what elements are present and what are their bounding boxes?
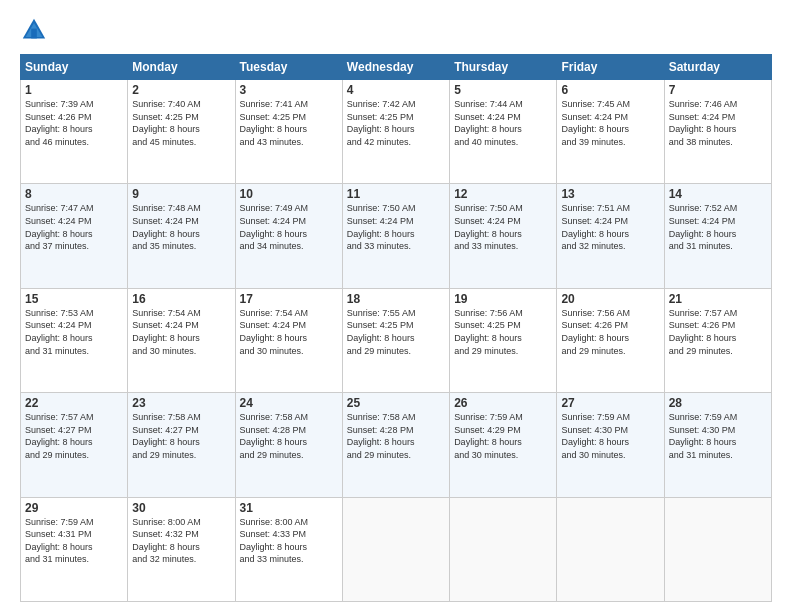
day-number: 21: [669, 292, 767, 306]
calendar-day-cell: 17 Sunrise: 7:54 AM Sunset: 4:24 PM Dayl…: [235, 288, 342, 392]
day-info: Sunrise: 7:54 AM Sunset: 4:24 PM Dayligh…: [132, 307, 230, 357]
day-info: Sunrise: 7:47 AM Sunset: 4:24 PM Dayligh…: [25, 202, 123, 252]
calendar-day-cell: 30 Sunrise: 8:00 AM Sunset: 4:32 PM Dayl…: [128, 497, 235, 601]
calendar-day-cell: 27 Sunrise: 7:59 AM Sunset: 4:30 PM Dayl…: [557, 393, 664, 497]
day-number: 19: [454, 292, 552, 306]
day-info: Sunrise: 7:51 AM Sunset: 4:24 PM Dayligh…: [561, 202, 659, 252]
day-info: Sunrise: 7:42 AM Sunset: 4:25 PM Dayligh…: [347, 98, 445, 148]
calendar-day-cell: 9 Sunrise: 7:48 AM Sunset: 4:24 PM Dayli…: [128, 184, 235, 288]
logo: [20, 16, 52, 44]
calendar-week-row: 22 Sunrise: 7:57 AM Sunset: 4:27 PM Dayl…: [21, 393, 772, 497]
day-number: 25: [347, 396, 445, 410]
day-number: 31: [240, 501, 338, 515]
calendar-day-cell: 6 Sunrise: 7:45 AM Sunset: 4:24 PM Dayli…: [557, 80, 664, 184]
day-info: Sunrise: 7:48 AM Sunset: 4:24 PM Dayligh…: [132, 202, 230, 252]
day-info: Sunrise: 7:54 AM Sunset: 4:24 PM Dayligh…: [240, 307, 338, 357]
day-number: 10: [240, 187, 338, 201]
day-info: Sunrise: 8:00 AM Sunset: 4:32 PM Dayligh…: [132, 516, 230, 566]
day-info: Sunrise: 7:59 AM Sunset: 4:29 PM Dayligh…: [454, 411, 552, 461]
day-number: 13: [561, 187, 659, 201]
day-number: 16: [132, 292, 230, 306]
day-number: 9: [132, 187, 230, 201]
day-number: 15: [25, 292, 123, 306]
day-number: 24: [240, 396, 338, 410]
day-info: Sunrise: 8:00 AM Sunset: 4:33 PM Dayligh…: [240, 516, 338, 566]
day-info: Sunrise: 7:59 AM Sunset: 4:31 PM Dayligh…: [25, 516, 123, 566]
calendar-day-cell: [664, 497, 771, 601]
calendar-day-cell: 3 Sunrise: 7:41 AM Sunset: 4:25 PM Dayli…: [235, 80, 342, 184]
calendar-day-cell: 5 Sunrise: 7:44 AM Sunset: 4:24 PM Dayli…: [450, 80, 557, 184]
day-number: 7: [669, 83, 767, 97]
day-info: Sunrise: 7:58 AM Sunset: 4:28 PM Dayligh…: [240, 411, 338, 461]
calendar-day-cell: 28 Sunrise: 7:59 AM Sunset: 4:30 PM Dayl…: [664, 393, 771, 497]
calendar-day-cell: 14 Sunrise: 7:52 AM Sunset: 4:24 PM Dayl…: [664, 184, 771, 288]
day-number: 26: [454, 396, 552, 410]
day-info: Sunrise: 7:44 AM Sunset: 4:24 PM Dayligh…: [454, 98, 552, 148]
day-number: 27: [561, 396, 659, 410]
calendar-day-cell: 2 Sunrise: 7:40 AM Sunset: 4:25 PM Dayli…: [128, 80, 235, 184]
day-number: 5: [454, 83, 552, 97]
day-number: 2: [132, 83, 230, 97]
day-info: Sunrise: 7:41 AM Sunset: 4:25 PM Dayligh…: [240, 98, 338, 148]
svg-rect-2: [31, 29, 37, 39]
day-number: 23: [132, 396, 230, 410]
calendar-day-cell: 26 Sunrise: 7:59 AM Sunset: 4:29 PM Dayl…: [450, 393, 557, 497]
calendar-day-cell: 29 Sunrise: 7:59 AM Sunset: 4:31 PM Dayl…: [21, 497, 128, 601]
calendar-day-cell: 4 Sunrise: 7:42 AM Sunset: 4:25 PM Dayli…: [342, 80, 449, 184]
calendar-header-row: SundayMondayTuesdayWednesdayThursdayFrid…: [21, 55, 772, 80]
day-info: Sunrise: 7:49 AM Sunset: 4:24 PM Dayligh…: [240, 202, 338, 252]
calendar-header-saturday: Saturday: [664, 55, 771, 80]
calendar-header-wednesday: Wednesday: [342, 55, 449, 80]
calendar-week-row: 29 Sunrise: 7:59 AM Sunset: 4:31 PM Dayl…: [21, 497, 772, 601]
calendar-day-cell: 18 Sunrise: 7:55 AM Sunset: 4:25 PM Dayl…: [342, 288, 449, 392]
calendar-week-row: 15 Sunrise: 7:53 AM Sunset: 4:24 PM Dayl…: [21, 288, 772, 392]
calendar-day-cell: 15 Sunrise: 7:53 AM Sunset: 4:24 PM Dayl…: [21, 288, 128, 392]
day-info: Sunrise: 7:57 AM Sunset: 4:26 PM Dayligh…: [669, 307, 767, 357]
calendar: SundayMondayTuesdayWednesdayThursdayFrid…: [20, 54, 772, 602]
calendar-day-cell: 7 Sunrise: 7:46 AM Sunset: 4:24 PM Dayli…: [664, 80, 771, 184]
logo-icon: [20, 16, 48, 44]
calendar-day-cell: 10 Sunrise: 7:49 AM Sunset: 4:24 PM Dayl…: [235, 184, 342, 288]
day-info: Sunrise: 7:55 AM Sunset: 4:25 PM Dayligh…: [347, 307, 445, 357]
calendar-day-cell: 1 Sunrise: 7:39 AM Sunset: 4:26 PM Dayli…: [21, 80, 128, 184]
calendar-day-cell: [557, 497, 664, 601]
day-number: 30: [132, 501, 230, 515]
calendar-week-row: 1 Sunrise: 7:39 AM Sunset: 4:26 PM Dayli…: [21, 80, 772, 184]
calendar-day-cell: [450, 497, 557, 601]
calendar-day-cell: 23 Sunrise: 7:58 AM Sunset: 4:27 PM Dayl…: [128, 393, 235, 497]
day-info: Sunrise: 7:59 AM Sunset: 4:30 PM Dayligh…: [561, 411, 659, 461]
day-info: Sunrise: 7:59 AM Sunset: 4:30 PM Dayligh…: [669, 411, 767, 461]
day-info: Sunrise: 7:52 AM Sunset: 4:24 PM Dayligh…: [669, 202, 767, 252]
calendar-header-thursday: Thursday: [450, 55, 557, 80]
calendar-day-cell: 16 Sunrise: 7:54 AM Sunset: 4:24 PM Dayl…: [128, 288, 235, 392]
calendar-day-cell: 21 Sunrise: 7:57 AM Sunset: 4:26 PM Dayl…: [664, 288, 771, 392]
day-number: 11: [347, 187, 445, 201]
day-number: 4: [347, 83, 445, 97]
day-number: 18: [347, 292, 445, 306]
day-info: Sunrise: 7:50 AM Sunset: 4:24 PM Dayligh…: [454, 202, 552, 252]
day-number: 3: [240, 83, 338, 97]
calendar-header-monday: Monday: [128, 55, 235, 80]
calendar-day-cell: 20 Sunrise: 7:56 AM Sunset: 4:26 PM Dayl…: [557, 288, 664, 392]
calendar-day-cell: 12 Sunrise: 7:50 AM Sunset: 4:24 PM Dayl…: [450, 184, 557, 288]
page: SundayMondayTuesdayWednesdayThursdayFrid…: [0, 0, 792, 612]
day-number: 6: [561, 83, 659, 97]
day-number: 14: [669, 187, 767, 201]
calendar-day-cell: [342, 497, 449, 601]
calendar-header-friday: Friday: [557, 55, 664, 80]
header: [20, 16, 772, 44]
day-info: Sunrise: 7:53 AM Sunset: 4:24 PM Dayligh…: [25, 307, 123, 357]
day-info: Sunrise: 7:56 AM Sunset: 4:26 PM Dayligh…: [561, 307, 659, 357]
calendar-day-cell: 19 Sunrise: 7:56 AM Sunset: 4:25 PM Dayl…: [450, 288, 557, 392]
day-number: 22: [25, 396, 123, 410]
day-info: Sunrise: 7:50 AM Sunset: 4:24 PM Dayligh…: [347, 202, 445, 252]
day-number: 12: [454, 187, 552, 201]
day-info: Sunrise: 7:58 AM Sunset: 4:28 PM Dayligh…: [347, 411, 445, 461]
calendar-week-row: 8 Sunrise: 7:47 AM Sunset: 4:24 PM Dayli…: [21, 184, 772, 288]
calendar-header-sunday: Sunday: [21, 55, 128, 80]
calendar-day-cell: 11 Sunrise: 7:50 AM Sunset: 4:24 PM Dayl…: [342, 184, 449, 288]
day-info: Sunrise: 7:39 AM Sunset: 4:26 PM Dayligh…: [25, 98, 123, 148]
day-info: Sunrise: 7:57 AM Sunset: 4:27 PM Dayligh…: [25, 411, 123, 461]
day-info: Sunrise: 7:40 AM Sunset: 4:25 PM Dayligh…: [132, 98, 230, 148]
day-number: 20: [561, 292, 659, 306]
